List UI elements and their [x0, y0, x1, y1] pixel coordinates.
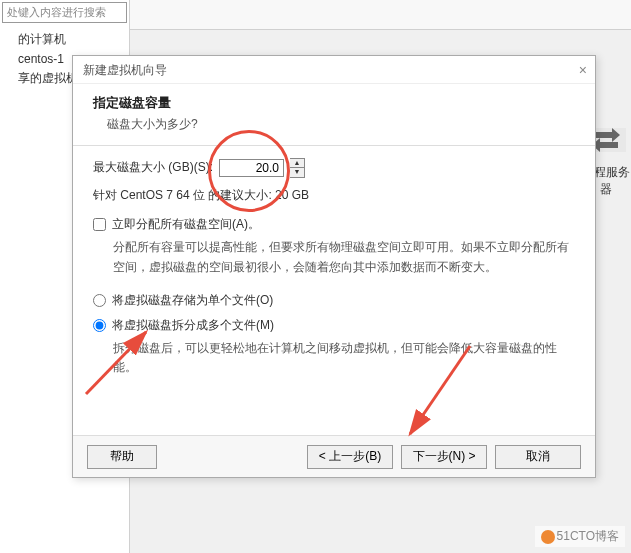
- radio-multi-desc: 拆分磁盘后，可以更轻松地在计算机之间移动虚拟机，但可能会降低大容量磁盘的性能。: [113, 339, 575, 377]
- radio-single-file[interactable]: [93, 294, 106, 307]
- spinner-up-icon[interactable]: ▲: [290, 159, 304, 168]
- tree-item-computer[interactable]: 的计算机: [4, 29, 125, 50]
- dialog-header: 指定磁盘容量 磁盘大小为多少?: [73, 84, 595, 145]
- spinner-down-icon[interactable]: ▼: [290, 168, 304, 177]
- dialog-header-title: 指定磁盘容量: [93, 94, 575, 112]
- watermark-text: 51CTO博客: [557, 529, 619, 543]
- watermark-icon: [541, 530, 555, 544]
- allocate-now-checkbox[interactable]: [93, 218, 106, 231]
- watermark: 51CTO博客: [535, 526, 625, 547]
- dialog-footer: 帮助 < 上一步(B) 下一步(N) > 取消: [73, 435, 595, 477]
- dialog-body: 最大磁盘大小 (GB)(S): ▲ ▼ 针对 CentOS 7 64 位 的建议…: [73, 158, 595, 378]
- radio-multi-file[interactable]: [93, 319, 106, 332]
- dialog-header-subtitle: 磁盘大小为多少?: [107, 116, 575, 133]
- disk-size-input[interactable]: [219, 159, 284, 177]
- allocate-now-label[interactable]: 立即分配所有磁盘空间(A)。: [112, 215, 260, 234]
- back-button[interactable]: < 上一步(B): [307, 445, 393, 469]
- allocate-desc: 分配所有容量可以提高性能，但要求所有物理磁盘空间立即可用。如果不立即分配所有空间…: [113, 238, 575, 276]
- disk-size-row: 最大磁盘大小 (GB)(S): ▲ ▼: [93, 158, 575, 178]
- close-icon[interactable]: ×: [579, 62, 587, 78]
- dialog-titlebar: 新建虚拟机向导 ×: [73, 56, 595, 84]
- radio-multi-label[interactable]: 将虚拟磁盘拆分成多个文件(M): [112, 316, 274, 335]
- radio-single-label[interactable]: 将虚拟磁盘存储为单个文件(O): [112, 291, 273, 310]
- dialog-title: 新建虚拟机向导: [83, 63, 167, 77]
- spinner: ▲ ▼: [290, 158, 305, 178]
- recommend-row: 针对 CentOS 7 64 位 的建议大小: 20 GB: [93, 186, 575, 205]
- help-button[interactable]: 帮助: [87, 445, 157, 469]
- cancel-button[interactable]: 取消: [495, 445, 581, 469]
- search-input[interactable]: 处键入内容进行搜索: [2, 2, 127, 23]
- next-button[interactable]: 下一步(N) >: [401, 445, 487, 469]
- radio-multi-row: 将虚拟磁盘拆分成多个文件(M): [93, 316, 575, 335]
- allocate-now-row: 立即分配所有磁盘空间(A)。: [93, 215, 575, 234]
- wizard-dialog: 新建虚拟机向导 × 指定磁盘容量 磁盘大小为多少? 最大磁盘大小 (GB)(S)…: [72, 55, 596, 478]
- radio-single-row: 将虚拟磁盘存储为单个文件(O): [93, 291, 575, 310]
- disk-size-label: 最大磁盘大小 (GB)(S):: [93, 158, 213, 177]
- divider: [73, 145, 595, 146]
- top-tabs: [130, 0, 631, 30]
